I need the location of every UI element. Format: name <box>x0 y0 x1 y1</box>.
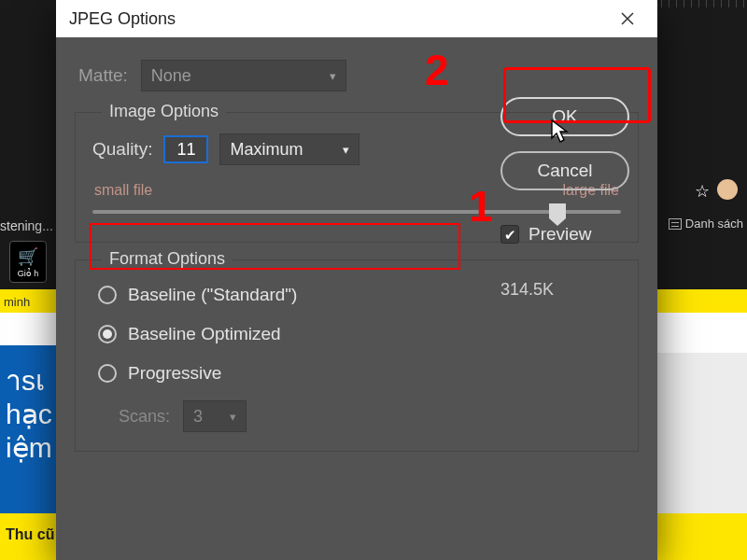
file-size-text: 314.5K <box>500 280 554 300</box>
star-icon: ☆ <box>695 181 710 202</box>
avatar <box>717 179 738 200</box>
format-options-legend: Format Options <box>102 249 233 269</box>
check-icon: ✔ <box>504 228 516 242</box>
close-button[interactable] <box>611 2 644 35</box>
matte-row: Matte: None ▾ <box>78 60 639 91</box>
cancel-label: Cancel <box>537 161 592 181</box>
dialog-titlebar: JPEG Options <box>56 0 657 37</box>
bg-text: าsเ <box>6 364 50 398</box>
bg-text: hạc <box>6 398 50 431</box>
ok-button[interactable]: OK <box>500 97 629 136</box>
list-icon <box>669 218 682 230</box>
chevron-down-icon: ▾ <box>230 410 236 424</box>
jpeg-options-dialog: JPEG Options Matte: None ▾ Image Options… <box>56 0 657 560</box>
quality-preset-value: Maximum <box>230 140 303 160</box>
dialog-title: JPEG Options <box>69 9 611 29</box>
cancel-button[interactable]: Cancel <box>500 151 629 190</box>
image-options-legend: Image Options <box>102 102 226 121</box>
scans-row: Scans: 3 ▾ <box>119 400 621 432</box>
bg-text: Danh sách <box>685 217 743 231</box>
radio-icon <box>98 325 117 343</box>
scans-dropdown: 3 ▾ <box>183 400 247 432</box>
shopping-cart-icon: 🛒 <box>18 246 38 267</box>
bg-text: Thu cũ <box>6 526 54 543</box>
ok-label: OK <box>552 106 577 127</box>
radio-icon <box>98 364 117 383</box>
bg-text: iệm <box>6 431 50 465</box>
matte-value: None <box>151 66 191 86</box>
dialog-action-column: OK Cancel ✔ Preview 314.5K <box>500 97 629 300</box>
bg-listening-text: stening... <box>0 218 53 233</box>
checkbox-icon: ✔ <box>500 225 519 244</box>
bg-blue-block: าsเ hạc iệm <box>0 345 56 532</box>
cart-icon: 🛒 Giỏ h <box>9 241 47 283</box>
bg-minh-text: minh <box>0 292 34 312</box>
close-icon <box>620 11 635 26</box>
radio-icon <box>98 286 117 304</box>
quality-preset-dropdown[interactable]: Maximum ▾ <box>219 133 359 165</box>
quality-label: Quality: <box>92 139 152 160</box>
matte-label: Matte: <box>78 65 128 86</box>
preview-label: Preview <box>529 224 592 245</box>
bg-list-label: Danh sách <box>669 217 743 231</box>
radio-baseline-optimized[interactable]: Baseline Optimized <box>98 324 621 344</box>
quality-input[interactable] <box>163 135 208 163</box>
dialog-body: Matte: None ▾ Image Options Quality: Max… <box>56 37 657 483</box>
radio-progressive[interactable]: Progressive <box>98 363 621 384</box>
scans-value: 3 <box>193 407 203 427</box>
preview-checkbox[interactable]: ✔ Preview <box>500 224 592 245</box>
chevron-down-icon: ▾ <box>343 143 349 157</box>
slider-min-label: small file <box>94 182 152 199</box>
bg-text: Giỏ h <box>18 269 39 278</box>
radio-label: Baseline Optimized <box>128 324 281 344</box>
radio-label: Baseline ("Standard") <box>128 285 297 305</box>
scans-label: Scans: <box>119 407 170 427</box>
matte-dropdown[interactable]: None ▾ <box>141 60 346 91</box>
chevron-down-icon: ▾ <box>330 69 336 83</box>
radio-label: Progressive <box>128 363 221 384</box>
